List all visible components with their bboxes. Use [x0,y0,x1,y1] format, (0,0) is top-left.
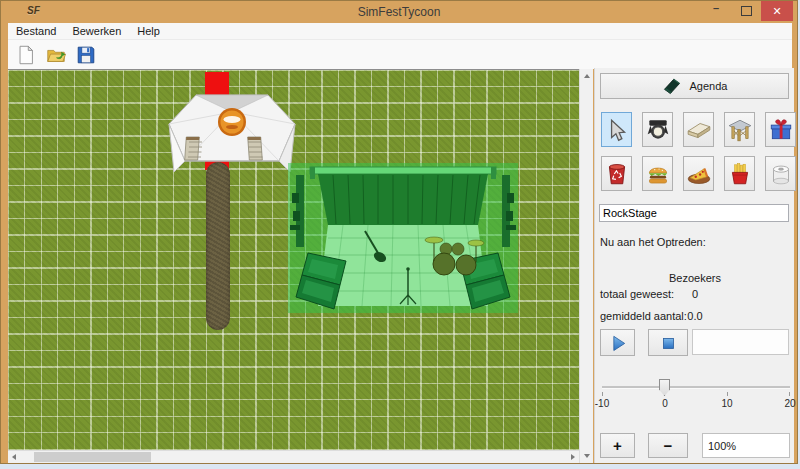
now-playing-label: Nu aan het Optreden: [600,236,706,248]
tool-trash-can-button[interactable] [601,156,632,191]
tent-ladder-right [248,137,263,160]
menu-help[interactable]: Help [129,25,168,37]
tool-hamburger-button[interactable] [642,156,673,191]
truss-gate-icon [727,117,753,143]
spotlight-icon [645,117,671,143]
stage-curtain [318,174,488,225]
toilet-paper-icon [768,161,794,187]
close-button[interactable]: ✕ [761,1,793,21]
festival-map-canvas[interactable] [8,69,579,450]
rock-stage-preview[interactable] [288,163,518,313]
new-file-icon [15,44,37,66]
window-title: SimFestTycoon [1,5,797,19]
slider-label-twenty: 20 [775,398,800,409]
slider-tick [789,392,790,396]
menu-bestand[interactable]: Bestand [8,25,64,37]
cursor-icon [604,117,630,143]
slider-label-min: -10 [587,398,617,409]
control-panel: Agenda [594,68,794,463]
visitors-header: Bezoekers [635,272,755,284]
open-file-button[interactable] [44,43,68,67]
menu-bewerken[interactable]: Bewerken [64,25,129,37]
stage-name-input[interactable] [599,204,789,222]
speed-slider-track[interactable] [602,386,790,389]
scroll-down-icon[interactable] [584,454,590,458]
tool-select-button[interactable] [601,112,632,147]
maximize-button[interactable] [731,1,761,21]
app-window: SF SimFestTycoon – ✕ Bestand Bewerken He… [0,0,798,464]
zoom-out-button[interactable]: − [648,433,688,458]
zoom-in-button[interactable]: + [600,433,635,458]
slider-tick [727,392,728,396]
scroll-right-icon[interactable] [571,454,575,460]
zoom-level-field[interactable]: 100% [702,433,790,458]
entrance-tent[interactable] [166,84,298,174]
scroll-left-icon[interactable] [12,454,16,460]
horizontal-scroll-thumb[interactable] [34,452,151,462]
agenda-label: Agenda [690,80,728,92]
tool-gift-button[interactable] [765,112,796,147]
play-button[interactable] [600,329,635,356]
save-file-button[interactable] [74,43,98,67]
fries-icon [727,161,753,187]
status-box[interactable] [692,329,789,355]
stage-ramp-icon [686,117,712,143]
stop-icon [658,333,678,353]
toolbar [8,40,792,69]
menu-bar: Bestand Bewerken Help [8,23,792,40]
tent-logo [218,108,246,136]
gift-icon [768,117,794,143]
stop-button[interactable] [648,329,688,356]
slider-label-ten: 10 [712,398,742,409]
tool-fries-button[interactable] [724,156,755,191]
hamburger-icon [645,161,671,187]
new-file-button[interactable] [14,43,38,67]
minimize-button[interactable]: – [701,1,731,21]
open-file-icon [45,44,67,66]
play-icon [608,333,628,353]
agenda-button[interactable]: Agenda [600,73,789,99]
scroll-up-icon[interactable] [584,74,590,78]
tool-pizza-button[interactable] [683,156,714,191]
avg-visitors-value: 0.0 [635,310,755,322]
slider-label-zero: 0 [650,398,680,409]
dirt-path[interactable] [206,162,230,330]
horizontal-scrollbar[interactable] [8,450,579,463]
tool-truss-gate-button[interactable] [724,112,755,147]
pizza-icon [686,161,712,187]
agenda-icon [662,76,682,96]
save-file-icon [75,44,97,66]
tool-toilet-paper-button[interactable] [765,156,796,191]
trash-can-icon [604,161,630,187]
slider-tick [602,392,603,396]
total-visitors-value: 0 [635,288,755,300]
speed-slider-thumb[interactable] [659,379,670,396]
maximize-icon [741,6,752,16]
tool-stage-ramp-button[interactable] [683,112,714,147]
title-bar[interactable]: SF SimFestTycoon – ✕ [1,1,797,23]
tool-spotlight-button[interactable] [642,112,673,147]
